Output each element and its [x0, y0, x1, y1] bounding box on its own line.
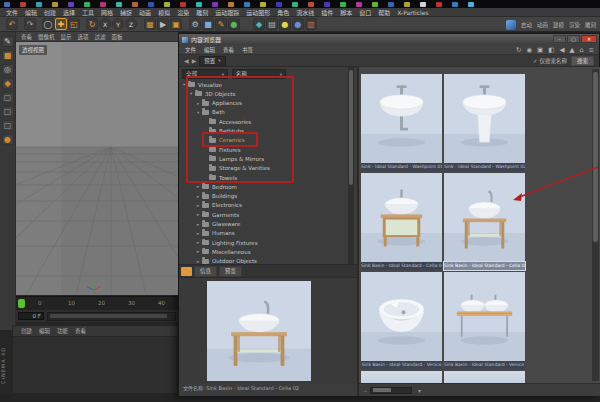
- desktop-app-icon[interactable]: [404, 2, 410, 7]
- menu-[interactable]: 创建: [44, 8, 56, 17]
- material-menu-[interactable]: 功能: [57, 327, 68, 335]
- menu-[interactable]: 插件: [321, 8, 333, 17]
- light-icon[interactable]: ●: [279, 18, 291, 30]
- zoom-out-icon[interactable]: –: [364, 387, 367, 394]
- desktop-app-icon[interactable]: [196, 2, 202, 7]
- camera-icon[interactable]: ▤: [266, 18, 278, 30]
- tree-item-garments[interactable]: ▸Garments: [179, 210, 347, 219]
- minimize-button[interactable]: –: [553, 35, 566, 43]
- render-view-icon[interactable]: ▶: [157, 18, 169, 30]
- display-options-icon[interactable]: ▾: [418, 387, 421, 394]
- tree-item-outdoor-objects[interactable]: ▸Outdoor Objects: [179, 257, 347, 264]
- desktop-app-icon[interactable]: [116, 2, 122, 7]
- z-lock-icon[interactable]: Z: [125, 18, 137, 30]
- layout-[interactable]: 渲染: [569, 21, 580, 29]
- tree-item-visualize[interactable]: ▾Visualize: [179, 80, 347, 89]
- thumbnail-sink-basin-ideal-standard-cella-02[interactable]: Sink Basin - Ideal Standard - Cella 02: [444, 173, 525, 270]
- tree-item-bedroom[interactable]: ▸Bedroom: [179, 182, 347, 191]
- desktop-app-icon[interactable]: [212, 2, 218, 7]
- tree-item-fixtures[interactable]: Fixtures: [179, 145, 347, 154]
- desktop-app-icon[interactable]: [100, 2, 106, 7]
- active-tab-icon[interactable]: [181, 267, 192, 276]
- viewport-menu-[interactable]: 摄像机: [38, 33, 55, 41]
- tree-item-towels[interactable]: Towels: [179, 173, 347, 182]
- subdivision-surface-icon[interactable]: ●: [228, 18, 240, 30]
- desktop-app-icon[interactable]: [292, 2, 298, 7]
- history-back-icon[interactable]: ◀: [184, 57, 189, 64]
- tree-item-storage-vanities[interactable]: Storage & Vanities: [179, 164, 347, 173]
- workplane-icon[interactable]: ◆: [2, 78, 14, 89]
- environment-icon[interactable]: ●: [292, 18, 304, 30]
- tree-item-miscellaneous[interactable]: ▸Miscellaneous: [179, 247, 347, 256]
- breadcrumb[interactable]: 预置 ▾: [199, 56, 225, 66]
- viewport-menu-[interactable]: 过滤: [95, 33, 106, 41]
- tree-scrollbar[interactable]: [348, 67, 354, 264]
- edges-mode-icon[interactable]: ▢: [2, 106, 14, 117]
- desktop-app-icon[interactable]: [228, 2, 234, 7]
- timeline-ruler[interactable]: 010203040: [16, 296, 178, 310]
- menu-[interactable]: 运动图形: [246, 8, 270, 17]
- tree-item-buildings[interactable]: ▸Buildings: [179, 192, 347, 201]
- menu-x-particles[interactable]: X-Particles: [397, 9, 428, 16]
- desktop-app-icon[interactable]: [340, 2, 346, 7]
- tree-item-bathtubs[interactable]: Bathtubs: [179, 127, 347, 136]
- perspective-viewport[interactable]: 查看摄像机显示选项过滤面板 透视视图: [16, 32, 178, 295]
- viewport-menu-[interactable]: 查看: [21, 33, 32, 41]
- desktop-app-icon[interactable]: [164, 2, 170, 7]
- menu-[interactable]: 帮助: [378, 8, 390, 17]
- cube-primitive-icon[interactable]: ■: [202, 18, 214, 30]
- move-tool-icon[interactable]: ✚: [55, 18, 67, 30]
- display-mode-icon[interactable]: ▥: [305, 18, 317, 30]
- pen-spline-icon[interactable]: ✎: [215, 18, 227, 30]
- search-name-only-checkbox[interactable]: ✓ 仅搜索名称: [533, 57, 567, 65]
- layout-[interactable]: 启动: [521, 21, 532, 29]
- desktop-app-icon[interactable]: [436, 2, 442, 7]
- menu-[interactable]: 模拟: [158, 8, 170, 17]
- freehand-tool-icon[interactable]: ✎: [2, 36, 14, 47]
- browser-menu-[interactable]: 文件: [185, 46, 196, 54]
- thumbnail-size-slider[interactable]: [370, 387, 412, 394]
- desktop-app-icon[interactable]: [372, 2, 378, 7]
- menu-[interactable]: 流水线: [296, 8, 314, 17]
- timeline-playhead[interactable]: [18, 299, 25, 308]
- desktop-app-icon[interactable]: [20, 2, 26, 7]
- deformer-icon[interactable]: ◆: [253, 18, 265, 30]
- desktop-app-icon[interactable]: [244, 2, 250, 7]
- browser-menu-[interactable]: 书签: [242, 46, 253, 54]
- browser-menu-[interactable]: 编辑: [204, 46, 215, 54]
- desktop-app-icon[interactable]: [84, 2, 90, 7]
- tree-item-3d-objects[interactable]: ▾3D Objects: [179, 89, 347, 98]
- snap-icon[interactable]: ●: [2, 134, 14, 145]
- menu-[interactable]: 窗口: [359, 8, 371, 17]
- viewport-menu-[interactable]: 选项: [78, 33, 89, 41]
- new-folder-icon[interactable]: ▣: [537, 46, 543, 54]
- content-browser-titlebar[interactable]: 内容浏览器 – ▢ ✕: [179, 34, 599, 45]
- menu-[interactable]: 动画: [139, 8, 151, 17]
- menu-[interactable]: 文件: [6, 8, 18, 17]
- current-frame-field[interactable]: 0 F: [18, 312, 44, 320]
- tree-item-ceramics[interactable]: Ceramics: [179, 136, 347, 145]
- desktop-app-icon[interactable]: [132, 2, 138, 7]
- eye-icon[interactable]: ◉: [526, 46, 532, 54]
- layout-[interactable]: 动画: [537, 21, 548, 29]
- menu-[interactable]: 工具: [82, 8, 94, 17]
- layout-[interactable]: 建模: [553, 21, 564, 29]
- tree-item-lamps-mirrors[interactable]: Lamps & Mirrors: [179, 154, 347, 163]
- desktop-app-icon[interactable]: [36, 2, 42, 7]
- desktop-app-icon[interactable]: [324, 2, 330, 7]
- menu-[interactable]: 脚本: [340, 8, 352, 17]
- thumbnail-sink-basin-ideal-standard-cella-01[interactable]: Sink Basin - Ideal Standard - Cella 01: [361, 173, 442, 270]
- thumbnail-sink-basin-ideal-standard-venice[interactable]: Sink Basin - Ideal Standard - Venice: [361, 272, 442, 369]
- redo-icon[interactable]: ↷: [24, 18, 36, 30]
- viewport-menu-[interactable]: 面板: [112, 33, 123, 41]
- desktop-app-icon[interactable]: [452, 2, 458, 7]
- rotate-tool-icon[interactable]: ↻: [86, 18, 98, 30]
- desktop-app-icon[interactable]: [180, 2, 186, 7]
- history-forward-icon[interactable]: ▶: [192, 57, 197, 64]
- desktop-app-icon[interactable]: [356, 2, 362, 7]
- texture-mode-icon[interactable]: ◎: [2, 64, 14, 75]
- maximize-button[interactable]: ▢: [567, 35, 580, 43]
- polygons-mode-icon[interactable]: ▢: [2, 120, 14, 131]
- list-view-icon[interactable]: ≡: [589, 46, 594, 54]
- search-button[interactable]: 搜索: [571, 56, 594, 66]
